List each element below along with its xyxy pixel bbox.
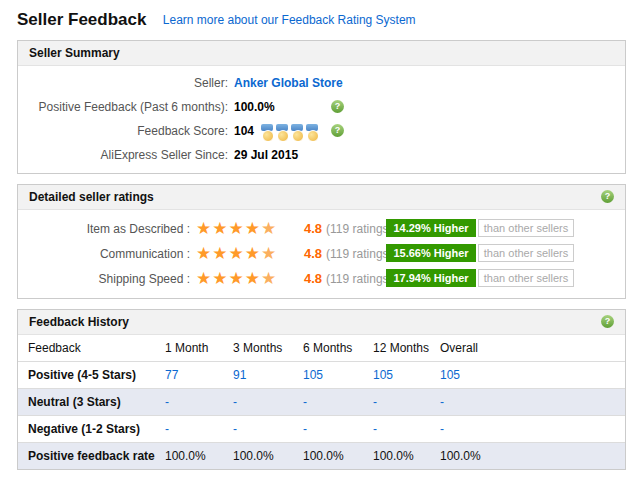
negative-count-1-month: -	[165, 416, 233, 443]
star-icon: ★	[196, 244, 212, 263]
neutral-count-overall: -	[440, 389, 625, 416]
feedback-rating-system-link[interactable]: Learn more about our Feedback Rating Sys…	[163, 13, 416, 27]
row-label: Neutral (3 Stars)	[18, 389, 165, 416]
table-row-neutral: Neutral (3 Stars) - - - - -	[18, 389, 625, 416]
neutral-count-1-month: -	[165, 389, 233, 416]
feedback-history-heading-text: Feedback History	[29, 315, 129, 329]
star-icon: ★	[212, 244, 228, 263]
positive-count-3-months[interactable]: 91	[233, 362, 303, 389]
rating-count: (119 ratings)	[326, 247, 392, 261]
positive-feedback-label: Positive Feedback (Past 6 months):	[18, 95, 228, 119]
higher-badge: 17.94% Higher	[386, 269, 476, 287]
negative-count-6-months: -	[303, 416, 373, 443]
star-icon: ★	[245, 269, 261, 288]
feedback-score-row: Feedback Score:104 ?	[18, 119, 625, 143]
than-other-sellers-box: than other sellers	[478, 219, 574, 237]
seller-since-value: 29 Jul 2015	[234, 148, 298, 162]
feedback-history-section: Feedback History ? Feedback 1 Month 3 Mo…	[17, 309, 626, 470]
comparison-group: 17.94% Higherthan other sellers	[386, 269, 574, 287]
seller-summary-body: Seller:Anker Global Store Positive Feedb…	[18, 66, 625, 173]
medal-icon	[261, 124, 274, 141]
positive-feedback-row: Positive Feedback (Past 6 months):100.0%…	[18, 95, 625, 119]
seller-since-label: AliExpress Seller Since:	[18, 143, 228, 167]
column-header-12-months: 12 Months	[373, 335, 440, 362]
medal-icon	[306, 124, 319, 141]
detailed-ratings-heading-text: Detailed seller ratings	[29, 190, 154, 204]
seller-row: Seller:Anker Global Store	[18, 71, 625, 95]
column-header-6-months: 6 Months	[303, 335, 373, 362]
neutral-count-12-months: -	[373, 389, 440, 416]
positive-count-12-months[interactable]: 105	[373, 362, 440, 389]
seller-label: Seller:	[18, 71, 228, 95]
seller-summary-section: Seller Summary Seller:Anker Global Store…	[17, 40, 626, 174]
help-icon[interactable]: ?	[601, 315, 614, 328]
star-icon: ★	[261, 219, 277, 238]
column-header-3-months: 3 Months	[233, 335, 303, 362]
positive-rate-overall: 100.0%	[440, 443, 625, 470]
rating-value: 4.8	[304, 246, 322, 261]
table-row-negative: Negative (1-2 Stars) - - - - -	[18, 416, 625, 443]
detailed-ratings-body: Item as Described : ★★★★★ 4.8 (119 ratin…	[18, 210, 625, 298]
page-title: Seller Feedback	[17, 10, 146, 30]
column-header-1-month: 1 Month	[165, 335, 233, 362]
higher-badge: 15.66% Higher	[386, 244, 476, 262]
neutral-count-3-months: -	[233, 389, 303, 416]
medal-icon	[291, 124, 304, 141]
help-icon[interactable]: ?	[331, 100, 344, 113]
detailed-ratings-section: Detailed seller ratings ? Item as Descri…	[17, 184, 626, 299]
comparison-group: 14.29% Higherthan other sellers	[386, 219, 574, 237]
star-rating: ★★★★★	[196, 270, 304, 287]
rating-count: (119 ratings)	[326, 222, 392, 236]
column-header-overall: Overall	[440, 335, 625, 362]
table-row-positive-rate: Positive feedback rate 100.0% 100.0% 100…	[18, 443, 625, 470]
seller-summary-heading: Seller Summary	[18, 41, 625, 66]
rating-row-item-as-described: Item as Described : ★★★★★ 4.8 (119 ratin…	[18, 216, 625, 241]
positive-rate-6-months: 100.0%	[303, 443, 373, 470]
positive-count-6-months[interactable]: 105	[303, 362, 373, 389]
rating-value: 4.8	[304, 271, 322, 286]
detailed-ratings-heading: Detailed seller ratings ?	[18, 185, 625, 210]
star-icon: ★	[261, 269, 277, 288]
positive-rate-1-month: 100.0%	[165, 443, 233, 470]
positive-rate-3-months: 100.0%	[233, 443, 303, 470]
star-icon: ★	[245, 219, 261, 238]
negative-count-3-months: -	[233, 416, 303, 443]
medal-icons	[261, 120, 321, 144]
seller-store-link[interactable]: Anker Global Store	[234, 76, 343, 90]
row-label: Negative (1-2 Stars)	[18, 416, 165, 443]
positive-count-1-month[interactable]: 77	[165, 362, 233, 389]
star-icon: ★	[196, 269, 212, 288]
positive-feedback-value: 100.0%	[234, 100, 275, 114]
feedback-score-value: 104	[234, 124, 254, 138]
rating-value: 4.8	[304, 221, 322, 236]
higher-badge: 14.29% Higher	[386, 219, 476, 237]
star-icon: ★	[229, 244, 245, 263]
negative-count-12-months: -	[373, 416, 440, 443]
medal-icon	[276, 124, 289, 141]
row-label: Positive (4-5 Stars)	[18, 362, 165, 389]
negative-count-overall: -	[440, 416, 625, 443]
table-header-row: Feedback 1 Month 3 Months 6 Months 12 Mo…	[18, 335, 625, 362]
rating-row-shipping-speed: Shipping Speed : ★★★★★ 4.8 (119 ratings)…	[18, 266, 625, 291]
table-row-positive: Positive (4-5 Stars) 77 91 105 105 105	[18, 362, 625, 389]
help-icon[interactable]: ?	[331, 124, 344, 137]
help-icon[interactable]: ?	[601, 190, 614, 203]
rating-row-communication: Communication : ★★★★★ 4.8 (119 ratings) …	[18, 241, 625, 266]
rating-label: Item as Described :	[18, 222, 190, 236]
rating-label: Communication :	[18, 247, 190, 261]
star-icon: ★	[245, 244, 261, 263]
rating-label: Shipping Speed :	[18, 272, 190, 286]
star-icon: ★	[196, 219, 212, 238]
star-rating: ★★★★★	[196, 220, 304, 237]
feedback-history-heading: Feedback History ?	[18, 310, 625, 335]
row-label: Positive feedback rate	[18, 443, 165, 470]
star-rating: ★★★★★	[196, 245, 304, 262]
star-icon: ★	[229, 219, 245, 238]
feedback-score-label: Feedback Score:	[18, 119, 228, 143]
than-other-sellers-box: than other sellers	[478, 269, 574, 287]
page-header: Seller Feedback Learn more about our Fee…	[0, 0, 640, 40]
seller-since-row: AliExpress Seller Since:29 Jul 2015	[18, 143, 625, 167]
positive-count-overall[interactable]: 105	[440, 362, 625, 389]
positive-rate-12-months: 100.0%	[373, 443, 440, 470]
neutral-count-6-months: -	[303, 389, 373, 416]
